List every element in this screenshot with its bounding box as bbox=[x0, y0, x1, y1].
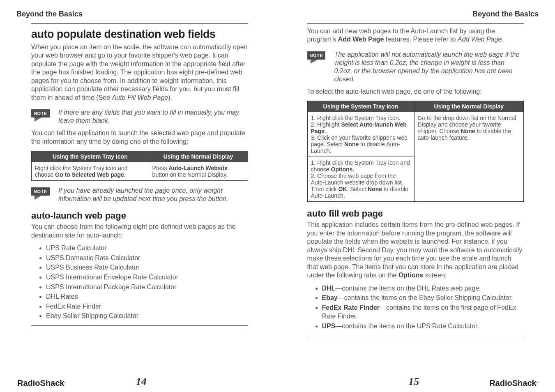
text: . bbox=[124, 171, 126, 178]
list-item: FedEx Rate Finder bbox=[46, 302, 248, 311]
note-block: NOTE The application will not automatica… bbox=[307, 51, 524, 83]
footer-right: RadioShack. 15 bbox=[292, 374, 539, 388]
list-item: USPS Business Rate Calculator bbox=[46, 263, 248, 272]
table-header: Using the Normal Display bbox=[414, 101, 523, 112]
note-block: NOTE If you have already launched the pa… bbox=[31, 187, 248, 203]
list-item: Ebay Seller Shipping Calculator bbox=[46, 311, 248, 321]
list-item: USPS Domestic Rate Calculator bbox=[46, 254, 248, 263]
text-bold: OK bbox=[338, 186, 347, 192]
table-header: Using the System Tray Icon bbox=[32, 151, 149, 162]
list-item: FedEx Rate Finder—contains the items on … bbox=[322, 303, 524, 321]
divider bbox=[307, 336, 524, 336]
list-item: USPS International Envelope Rate Calcula… bbox=[46, 273, 248, 282]
heading-auto-launch: auto-launch web page bbox=[31, 210, 248, 221]
running-head-right: Beyond the Basics bbox=[292, 10, 539, 18]
table-cell: Go to the drop down list on the Normal D… bbox=[414, 112, 523, 202]
text: —contains the items on the UPS Rate Calc… bbox=[335, 323, 479, 330]
text-bold: Options bbox=[331, 166, 353, 173]
note-block: NOTE If there are any fields that you wa… bbox=[31, 108, 248, 125]
text: ). bbox=[168, 94, 172, 101]
brand-text: RadioShack bbox=[17, 378, 64, 387]
list-item: UPS—contains the items on the UPS Rate C… bbox=[322, 322, 524, 331]
page-number: 14 bbox=[136, 376, 147, 388]
table-select-auto-launch: Using the System Tray Icon Using the Nor… bbox=[307, 101, 524, 202]
text: This application includes certain items … bbox=[307, 221, 523, 279]
brand-wordmark: RadioShack. bbox=[489, 378, 538, 388]
note-label: NOTE bbox=[307, 51, 326, 60]
divider bbox=[31, 23, 248, 24]
brand-wordmark: RadioShack. bbox=[17, 378, 66, 388]
running-head-left: Beyond the Basics bbox=[16, 10, 263, 18]
text-bold: Ebay bbox=[322, 294, 338, 301]
text: button on the Normal Display. bbox=[152, 171, 228, 178]
divider bbox=[307, 23, 524, 24]
text-bold: FedEx Rate Finder bbox=[322, 304, 380, 311]
document-spread: Beyond the Basics auto populate destinat… bbox=[16, 10, 539, 388]
list-predefined-pages: UPS Rate Calculator USPS Domestic Rate C… bbox=[46, 244, 248, 321]
note-text: If there are any fields that you want to… bbox=[58, 108, 248, 125]
table-cell: Right click the System Tray icon and cho… bbox=[32, 162, 149, 181]
note-icon: NOTE bbox=[307, 51, 330, 65]
page-right: Beyond the Basics You can add new web pa… bbox=[292, 10, 539, 388]
paragraph: To select the auto-launch web page, do o… bbox=[307, 88, 524, 96]
text-italic: Add Web Page bbox=[458, 36, 502, 43]
list-item: Ebay—contains the items on the Ebay Sell… bbox=[322, 293, 524, 302]
text: . bbox=[502, 36, 503, 43]
text: features. Please refer to bbox=[384, 36, 458, 43]
table-header: Using the Normal Display bbox=[149, 151, 248, 162]
heading-auto-fill: auto fill web page bbox=[307, 208, 524, 219]
text-bold: DHL bbox=[322, 285, 336, 292]
note-icon: NOTE bbox=[31, 187, 54, 201]
table-cell: 1. Right click the System Tray icon and … bbox=[307, 157, 414, 202]
text: 1. Right click the System Tray icon. bbox=[311, 115, 411, 121]
brand-text: RadioShack bbox=[489, 378, 536, 387]
list-item: UPS Rate Calculator bbox=[46, 244, 248, 253]
text-bold: Options bbox=[398, 272, 423, 279]
note-icon: NOTE bbox=[31, 108, 54, 122]
note-text: The application will not automatically l… bbox=[334, 51, 524, 83]
text-bold: Add Web Page bbox=[338, 36, 384, 43]
note-label: NOTE bbox=[31, 187, 50, 196]
text: . Select bbox=[347, 186, 368, 192]
table-launch-methods: Using the System Tray Icon Using the Nor… bbox=[31, 151, 248, 181]
text: When you place an item on the scale, the… bbox=[31, 44, 248, 101]
heading-auto-populate: auto populate destination web fields bbox=[31, 28, 248, 41]
note-text: If you have already launched the page on… bbox=[58, 187, 248, 203]
list-item: DHL Rates bbox=[46, 292, 248, 301]
text-bold: None bbox=[344, 141, 359, 148]
text: . bbox=[325, 128, 326, 134]
table-cell: 1. Right click the System Tray icon. 2. … bbox=[307, 112, 414, 157]
divider bbox=[31, 325, 248, 326]
paragraph: You can tell the application to launch t… bbox=[31, 129, 248, 146]
paragraph: You can add new web pages to the Auto-La… bbox=[307, 27, 524, 44]
text: —contains the items on the Ebay Seller S… bbox=[338, 294, 513, 301]
text: . bbox=[352, 166, 354, 173]
table-header: Using the System Tray Icon bbox=[307, 101, 414, 112]
text-italic: Auto Fill Web Page bbox=[112, 94, 168, 101]
text-bold: UPS bbox=[322, 323, 336, 330]
table-row: 1. Right click the System Tray icon. 2. … bbox=[307, 112, 524, 157]
text-bold: None bbox=[461, 128, 475, 134]
text: Press bbox=[152, 165, 169, 171]
list-option-tabs: DHL—contains the items on the DHL Rates … bbox=[322, 284, 524, 332]
text: —contains the items on the DHL Rates web… bbox=[335, 285, 481, 292]
text-bold: None bbox=[368, 186, 382, 192]
table-cell: Press Auto-Launch Website button on the … bbox=[149, 162, 248, 181]
text: 2. Highlight bbox=[311, 121, 341, 128]
paragraph: You can choose from the following eight … bbox=[31, 223, 248, 240]
text-bold: Auto-Launch Website bbox=[168, 165, 228, 171]
list-item: DHL—contains the items on the DHL Rates … bbox=[322, 284, 524, 293]
footer-left: RadioShack. 14 bbox=[16, 374, 263, 388]
list-item: USPS International Package Rate Calculat… bbox=[46, 283, 248, 292]
note-label: NOTE bbox=[31, 109, 50, 118]
page-left: Beyond the Basics auto populate destinat… bbox=[16, 10, 263, 388]
table-row: Right click the System Tray icon and cho… bbox=[32, 162, 248, 181]
text-bold: Go to Selected Web page bbox=[55, 171, 124, 178]
text: screen: bbox=[423, 272, 447, 279]
text: 1. Right click the System Tray icon and … bbox=[311, 159, 410, 173]
paragraph: This application includes certain items … bbox=[307, 221, 524, 279]
page-number: 15 bbox=[408, 376, 419, 388]
paragraph: When you place an item on the scale, the… bbox=[31, 43, 248, 102]
